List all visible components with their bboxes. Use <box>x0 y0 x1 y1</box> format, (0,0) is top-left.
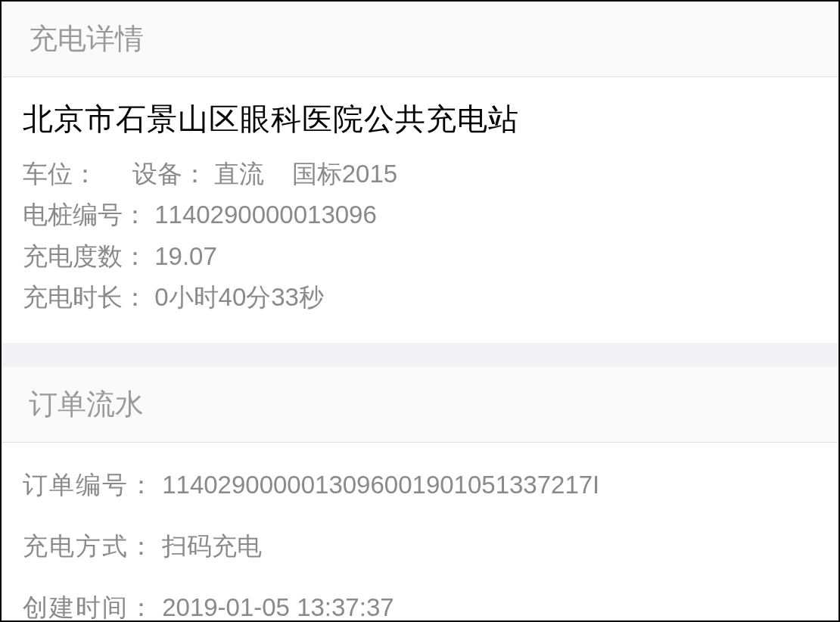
parking-equipment-line: 车位： 设备： 直流 国标2015 <box>23 154 817 194</box>
created-line: 创建时间： 2019-01-05 13:37:37 <box>23 577 817 622</box>
equipment-standard: 国标2015 <box>292 160 397 188</box>
charging-details-title: 充电详情 <box>29 23 144 54</box>
order-id-value: 1140290000013096001901051337217I <box>162 471 599 499</box>
order-id-label: 订单编号： <box>23 471 155 499</box>
section-divider <box>2 343 838 367</box>
duration-value: 0小时40分33秒 <box>154 283 324 311</box>
charging-details-body: 北京市石景山区眼科医院公共充电站 车位： 设备： 直流 国标2015 电桩编号：… <box>2 77 838 343</box>
kwh-value: 19.07 <box>154 242 217 270</box>
pile-id-value: 1140290000013096 <box>154 201 377 229</box>
method-value: 扫码充电 <box>162 532 262 560</box>
order-flow-header: 订单流水 <box>2 367 838 443</box>
created-label: 创建时间： <box>23 593 155 621</box>
kwh-line: 充电度数： 19.07 <box>23 236 817 277</box>
parking-label: 车位： <box>23 160 98 188</box>
equipment-label: 设备： <box>132 160 207 188</box>
pile-id-label: 电桩编号： <box>23 201 148 229</box>
duration-label: 充电时长： <box>23 283 148 311</box>
equipment-type: 直流 <box>214 160 264 188</box>
charging-details-header: 充电详情 <box>2 2 838 77</box>
method-label: 充电方式： <box>23 532 155 560</box>
order-flow-body: 订单编号： 1140290000013096001901051337217I 充… <box>2 443 838 622</box>
order-flow-title: 订单流水 <box>29 388 144 420</box>
duration-line: 充电时长： 0小时40分33秒 <box>23 277 817 318</box>
method-line: 充电方式： 扫码充电 <box>23 516 817 577</box>
order-id-line: 订单编号： 1140290000013096001901051337217I <box>23 455 817 516</box>
pile-id-line: 电桩编号： 1140290000013096 <box>23 194 817 235</box>
station-name: 北京市石景山区眼科医院公共充电站 <box>23 98 817 140</box>
created-value: 2019-01-05 13:37:37 <box>162 593 394 621</box>
kwh-label: 充电度数： <box>23 242 148 270</box>
